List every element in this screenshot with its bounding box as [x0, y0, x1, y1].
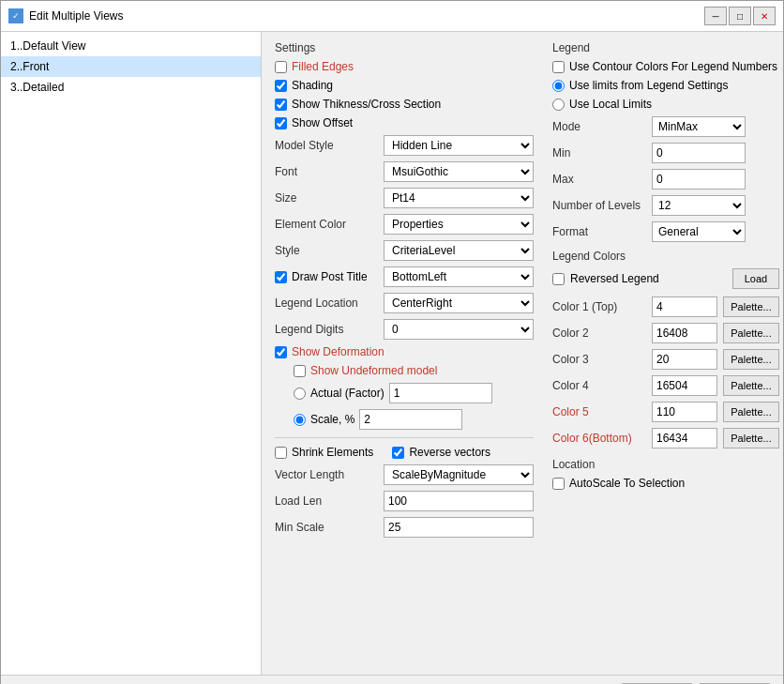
show-thickness-checkbox[interactable] — [275, 99, 287, 111]
content-area: 1..Default View 2..Front 3..Detailed Set… — [1, 32, 783, 675]
use-contour-label[interactable]: Use Contour Colors For Legend Numbers — [569, 60, 777, 73]
size-select[interactable]: Pt14 Pt10 Pt12 — [384, 188, 534, 208]
restore-button[interactable]: □ — [729, 7, 751, 25]
show-offset-row: Show Offset — [275, 116, 534, 129]
min-scale-input[interactable] — [384, 517, 534, 538]
view-item-default[interactable]: 1..Default View — [1, 36, 261, 56]
color2-palette-btn[interactable]: Palette... — [723, 323, 779, 343]
color2-input[interactable] — [652, 323, 717, 343]
settings-section-label: Settings — [275, 41, 534, 54]
mode-select[interactable]: MinMax Custom — [652, 116, 746, 137]
color1-palette-btn[interactable]: Palette... — [723, 296, 779, 317]
format-select[interactable]: General Fixed Scientific — [652, 221, 746, 242]
model-style-select[interactable]: Hidden Line Wireframe Shaded — [384, 135, 534, 156]
actual-factor-radio[interactable] — [294, 388, 306, 400]
color6-label: Color 6(Bottom) — [552, 432, 646, 445]
autoscale-checkbox[interactable] — [552, 478, 565, 490]
shading-row: Shading — [275, 79, 534, 92]
color6-palette-btn[interactable]: Palette... — [723, 428, 779, 448]
min-scale-row: Min Scale — [275, 517, 534, 538]
title-bar-left: ✓ Edit Multiple Views — [8, 8, 124, 23]
max-row: Max — [552, 169, 779, 190]
element-color-select[interactable]: Properties ByLayer — [384, 214, 534, 235]
reverse-vectors-label[interactable]: Reverse vectors — [409, 446, 490, 459]
legend-digits-select[interactable]: 0 1 2 — [384, 319, 534, 340]
window-title: Edit Multiple Views — [29, 9, 124, 23]
load-button[interactable]: Load — [732, 268, 779, 289]
dialog-buttons: OK Cancel — [1, 675, 783, 684]
format-row: Format General Fixed Scientific — [552, 221, 779, 242]
scale-label[interactable]: Scale, % — [310, 413, 354, 426]
close-button[interactable]: ✕ — [753, 7, 776, 25]
filled-edges-label[interactable]: Filled Edges — [292, 60, 354, 73]
draw-post-title-row: Draw Post Title BottomLeft TopLeft TopRi… — [275, 266, 534, 287]
show-deformation-checkbox[interactable] — [275, 346, 287, 358]
show-undeformed-checkbox[interactable] — [294, 365, 306, 377]
color3-label: Color 3 — [552, 353, 646, 366]
actual-factor-row: Actual (Factor) — [294, 383, 534, 403]
legend-colors-label: Legend Colors — [552, 250, 779, 263]
font-select[interactable]: MsuiGothic Arial — [384, 161, 534, 182]
use-contour-row: Use Contour Colors For Legend Numbers — [552, 60, 779, 73]
draw-post-title-checkbox[interactable] — [275, 271, 287, 283]
color6-input[interactable] — [652, 428, 717, 448]
color3-palette-btn[interactable]: Palette... — [723, 349, 779, 370]
num-levels-select[interactable]: 12 8 16 — [652, 195, 746, 216]
scale-row: Scale, % — [294, 409, 534, 430]
vector-length-label: Vector Length — [275, 468, 378, 481]
min-input[interactable] — [652, 143, 746, 163]
use-local-radio[interactable] — [552, 99, 565, 111]
shrink-elements-label[interactable]: Shrink Elements — [292, 446, 373, 459]
reversed-legend-label[interactable]: Reversed Legend — [570, 272, 659, 285]
color4-input[interactable] — [652, 375, 717, 396]
shrink-elements-checkbox[interactable] — [275, 447, 287, 459]
actual-factor-label[interactable]: Actual (Factor) — [310, 387, 384, 400]
use-local-label[interactable]: Use Local Limits — [569, 98, 652, 111]
color4-label: Color 4 — [552, 379, 646, 392]
title-bar: ✓ Edit Multiple Views ─ □ ✕ — [1, 1, 783, 32]
num-levels-label: Number of Levels — [552, 199, 646, 212]
views-panel: 1..Default View 2..Front 3..Detailed — [1, 32, 262, 675]
show-offset-checkbox[interactable] — [275, 117, 287, 129]
reverse-vectors-checkbox[interactable] — [392, 447, 404, 459]
color5-input[interactable] — [652, 402, 717, 422]
draw-post-title-select[interactable]: BottomLeft TopLeft TopRight — [384, 266, 534, 287]
draw-post-title-label[interactable]: Draw Post Title — [292, 270, 368, 283]
settings-area: Settings Filled Edges Shading Show Thikn… — [262, 32, 783, 675]
scale-radio[interactable] — [294, 414, 306, 426]
scale-input[interactable] — [359, 409, 462, 430]
model-style-label: Model Style — [275, 139, 378, 152]
show-offset-label[interactable]: Show Offset — [292, 116, 353, 129]
view-item-front[interactable]: 2..Front — [1, 56, 261, 77]
style-label: Style — [275, 244, 378, 257]
actual-factor-input[interactable] — [389, 383, 492, 403]
show-thickness-label[interactable]: Show Thikness/Cross Section — [292, 98, 441, 111]
use-limits-label[interactable]: Use limits from Legend Settings — [569, 79, 728, 92]
deformation-sub: Show Undeformed model Actual (Factor) Sc… — [294, 364, 534, 430]
legend-location-select[interactable]: CenterRight CenterLeft — [384, 293, 534, 313]
vector-length-select[interactable]: ScaleByMagnitude Fixed — [384, 464, 534, 485]
style-select[interactable]: CriteriaLevel Standard — [384, 240, 534, 261]
show-deformation-label[interactable]: Show Deformation — [292, 345, 384, 358]
mode-label: Mode — [552, 120, 646, 133]
load-len-input[interactable] — [384, 491, 534, 511]
reversed-legend-checkbox[interactable] — [552, 273, 565, 285]
autoscale-label[interactable]: AutoScale To Selection — [569, 477, 685, 490]
show-undeformed-label[interactable]: Show Undeformed model — [310, 364, 437, 377]
shading-checkbox[interactable] — [275, 80, 287, 92]
color1-input[interactable] — [652, 296, 717, 317]
shading-label[interactable]: Shading — [292, 79, 333, 92]
color1-label: Color 1 (Top) — [552, 300, 646, 313]
color3-input[interactable] — [652, 349, 717, 370]
max-input[interactable] — [652, 169, 746, 190]
color5-palette-btn[interactable]: Palette... — [723, 402, 779, 422]
minimize-button[interactable]: ─ — [704, 7, 727, 25]
color2-row: Color 2 Palette... — [552, 323, 779, 343]
color4-palette-btn[interactable]: Palette... — [723, 375, 779, 396]
filled-edges-row: Filled Edges — [275, 60, 534, 73]
filled-edges-checkbox[interactable] — [275, 61, 287, 73]
model-style-row: Model Style Hidden Line Wireframe Shaded — [275, 135, 534, 156]
use-contour-checkbox[interactable] — [552, 61, 565, 73]
use-limits-radio[interactable] — [552, 80, 565, 92]
view-item-detailed[interactable]: 3..Detailed — [1, 77, 261, 98]
